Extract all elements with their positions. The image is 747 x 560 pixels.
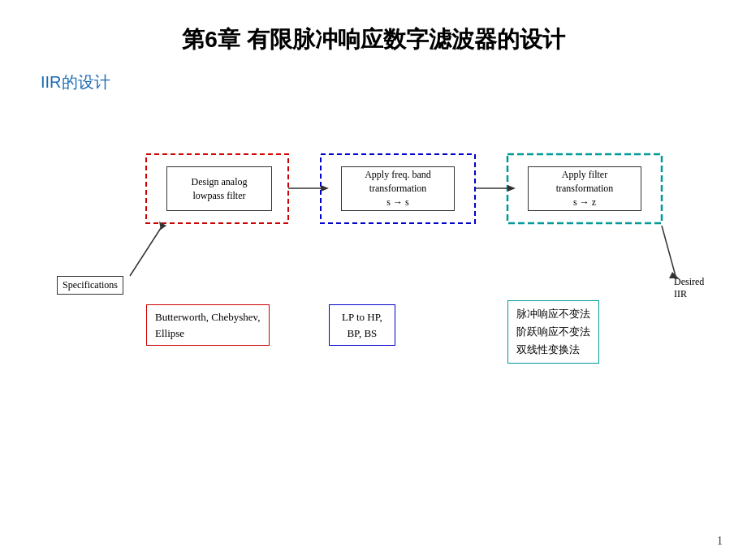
svg-marker-8	[159, 222, 166, 230]
apply-freq-box: Apply freq. band transformation s → s	[341, 166, 455, 211]
desired-iir-label: Desired IIR	[674, 276, 706, 300]
main-title: 第6章 有限脉冲响应数字滤波器的设计	[41, 24, 706, 55]
svg-line-9	[662, 226, 676, 276]
apply-filter-box: Apply filter transformation s → z	[528, 166, 641, 211]
page-number: 1	[717, 535, 723, 548]
diagram-svg	[41, 118, 706, 418]
chinese-methods-label: 脉冲响应不变法 阶跃响应不变法 双线性变换法	[507, 300, 599, 364]
design-analog-box: Design analog lowpass filter	[166, 166, 272, 211]
specifications-label: Specifications	[57, 276, 123, 295]
subtitle: IIR的设计	[41, 71, 706, 93]
diagram-area: Design analog lowpass filter Apply freq.…	[41, 118, 706, 418]
butterworth-label: Butterworth, Chebyshev, Ellipse	[146, 304, 270, 346]
svg-line-7	[130, 226, 162, 276]
svg-marker-6	[507, 185, 516, 192]
page: 第6章 有限脉冲响应数字滤波器的设计 IIR的设计	[0, 0, 747, 560]
lp-hp-label: LP to HP, BP, BS	[329, 304, 395, 346]
svg-marker-4	[321, 185, 329, 192]
